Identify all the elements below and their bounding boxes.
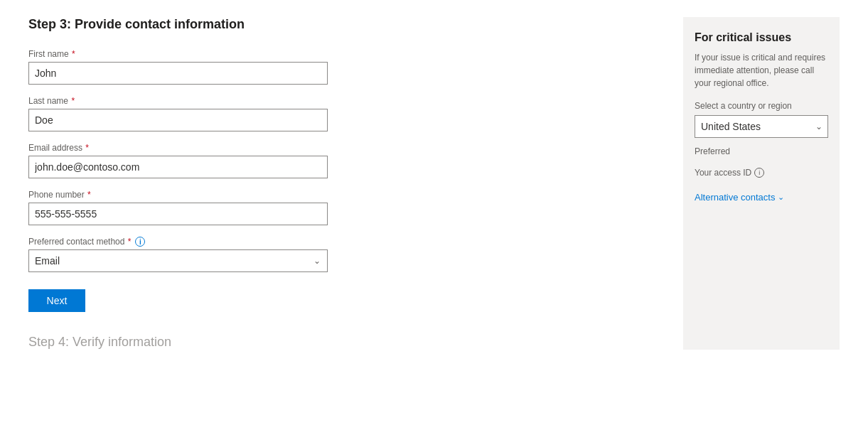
alternative-contacts-chevron-icon: ⌄: [778, 193, 784, 202]
required-indicator: *: [125, 237, 131, 247]
access-id-info-icon[interactable]: i: [754, 168, 764, 178]
preferred-contact-group: Preferred contact method * i Email Phone…: [28, 237, 328, 272]
phone-label: Phone number *: [28, 190, 328, 200]
country-select-wrapper: United States Canada United Kingdom Aust…: [695, 115, 828, 138]
preferred-contact-label: Preferred contact method *: [28, 237, 131, 247]
access-id-label: Your access ID: [695, 168, 751, 178]
main-form: Step 3: Provide contact information Firs…: [28, 17, 328, 350]
country-select[interactable]: United States Canada United Kingdom Aust…: [695, 115, 828, 138]
sidebar-title: For critical issues: [695, 31, 828, 44]
step3-title: Step 3: Provide contact information: [28, 17, 328, 32]
preferred-contact-info-icon[interactable]: i: [135, 237, 145, 247]
last-name-input[interactable]: [28, 109, 328, 131]
required-indicator: *: [70, 49, 75, 59]
last-name-group: Last name *: [28, 96, 328, 131]
first-name-group: First name *: [28, 49, 328, 85]
step4-title: Step 4: Verify information: [28, 335, 328, 350]
last-name-label: Last name *: [28, 96, 328, 106]
first-name-label: First name *: [28, 49, 328, 59]
critical-issues-sidebar: For critical issues If your issue is cri…: [683, 17, 840, 350]
phone-input[interactable]: [28, 203, 328, 225]
email-label: Email address *: [28, 143, 328, 153]
alternative-contacts-link[interactable]: Alternative contacts ⌄: [695, 192, 828, 203]
phone-group: Phone number *: [28, 190, 328, 225]
required-indicator: *: [83, 143, 89, 153]
next-button[interactable]: Next: [28, 289, 85, 312]
spacer: [356, 17, 655, 350]
preferred-label: Preferred: [695, 146, 828, 156]
access-id-label-row: Your access ID i: [695, 168, 828, 178]
email-group: Email address *: [28, 143, 328, 178]
preferred-contact-select[interactable]: Email Phone: [28, 249, 328, 272]
preferred-contact-label-row: Preferred contact method * i: [28, 237, 328, 247]
country-label: Select a country or region: [695, 101, 828, 111]
required-indicator: *: [69, 96, 75, 106]
sidebar-description: If your issue is critical and requires i…: [695, 51, 828, 90]
first-name-input[interactable]: [28, 62, 328, 85]
preferred-contact-select-wrapper: Email Phone ⌄: [28, 249, 328, 272]
email-input[interactable]: [28, 156, 328, 178]
alternative-contacts-label: Alternative contacts: [695, 192, 775, 203]
required-indicator: *: [85, 190, 91, 200]
